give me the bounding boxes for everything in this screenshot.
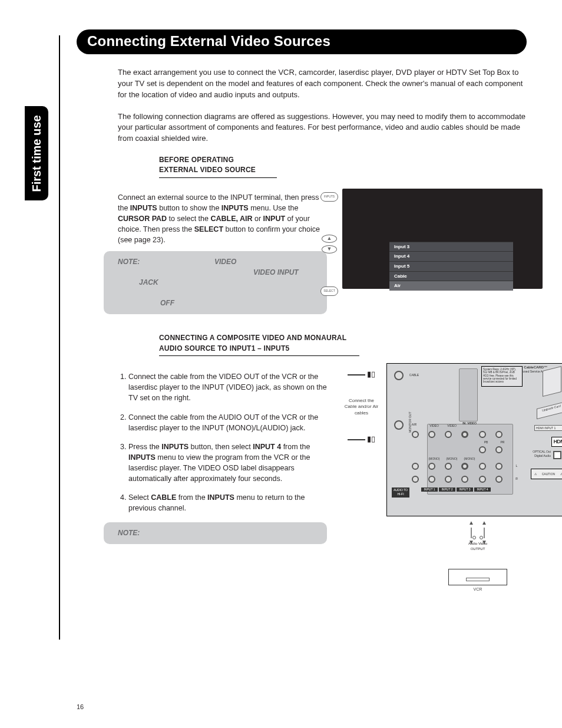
osd-row-input4: Input 4 [389, 251, 513, 261]
osd-row-input3: Input 3 [389, 242, 513, 252]
margin-rule [59, 35, 60, 640]
intro-paragraph-2: The following connection diagrams are of… [118, 111, 527, 145]
coax-plug-icon: ▮▯ [367, 369, 375, 380]
osd-column: INPUTS ▲ ▼ SELECT Input 3 Input 4 Input … [342, 185, 543, 323]
caution-label: ⚠ CAUTION ⚠ [531, 469, 562, 479]
osd-row-cable: Cable [389, 271, 513, 281]
intro-paragraph-1: The exact arrangement you use to connect… [118, 67, 527, 101]
note-box-1: NOTE: VIDEO VIDEO INPUT JACK OFF [104, 251, 327, 314]
coax-plug-icon: ▮▯ [367, 434, 375, 445]
coax-hint-label: Connect the Cable and/or Air cables [342, 398, 381, 416]
down-arrow-button[interactable]: ▼ [322, 245, 337, 253]
rca-jack-icon [480, 536, 483, 539]
vcr-label: VCR [386, 587, 562, 592]
cable-jack [394, 371, 404, 380]
hdmi-input-label: HDMI INPUT 1 [534, 425, 562, 431]
content-area: The exact arrangement you use to connect… [77, 67, 527, 592]
panel-and-vcr: CableCARD™ This slot used Service Apps S… [386, 363, 562, 592]
osd-row-air: Air [389, 281, 513, 291]
rear-panel-diagram: ▮▯ Connect the Cable and/or Air cables ▮… [342, 363, 562, 592]
left-column: Connect an external source to the INPUT … [118, 185, 327, 323]
step-2: Connect the cable from the AUDIO OUT of … [128, 412, 327, 433]
cablecard-box: System Reqs: 2.4GHz (XP), 512 MB & BIOS/… [481, 366, 523, 387]
step-4: Select CABLE from the INPUTS menu to ret… [128, 492, 327, 513]
manual-page: First time use Connecting External Video… [0, 0, 562, 728]
section-composite: Connect the cable from the VIDEO OUT of … [118, 363, 527, 592]
section-tab: First time use [25, 106, 48, 200]
vcr-device-icon [448, 569, 507, 585]
note-box-2: NOTE: [104, 522, 327, 544]
section-tab-label: First time use [30, 115, 44, 192]
tv-rear-panel: CableCARD™ This slot used Service Apps S… [386, 363, 562, 516]
upgrade-card-slot: Upgrade Card [537, 401, 562, 419]
optical-port-icon [553, 451, 561, 459]
hdmi-logo: HDMI [551, 437, 562, 447]
step-3: Press the INPUTS button, then select INP… [128, 442, 327, 485]
monitor-video-jack [412, 431, 419, 438]
select-remote-button[interactable]: SELECT [320, 286, 338, 296]
tv-osd-screen: Input 3 Input 4 Input 5 Cable Air ♦ Move… [342, 189, 543, 289]
osd-list: Input 3 Input 4 Input 5 Cable Air ♦ Move… [389, 242, 513, 300]
heading-before-operating: BEFORE OPERATING EXTERNAL VIDEO SOURCE [159, 155, 277, 178]
air-jack [394, 420, 404, 430]
osd-footer: ♦ Move SEL Select [389, 291, 513, 300]
up-arrow-button[interactable]: ▲ [322, 235, 337, 243]
step-1: Connect the cable from the VIDEO OUT of … [128, 371, 327, 403]
section-before-operating: Connect an external source to the INPUT … [118, 185, 527, 323]
card-slot-icon [543, 366, 561, 397]
page-number: 16 [77, 703, 84, 710]
page-title-bar: Connecting External Video Sources [77, 29, 527, 54]
rca-jack-icon [472, 536, 476, 539]
vcr-av-output-label: Audio Video OUTPUT [386, 536, 562, 551]
steps-list: Connect the cable from the VIDEO OUT of … [118, 371, 327, 513]
page-title: Connecting External Video Sources [87, 33, 330, 49]
remote-buttons: INPUTS ▲ ▼ SELECT [318, 192, 341, 296]
heading-composite: CONNECTING A COMPOSITE VIDEO AND MONAURA… [159, 333, 359, 356]
steps-column: Connect the cable from the VIDEO OUT of … [118, 363, 327, 592]
inputs-remote-button[interactable]: INPUTS [320, 192, 338, 202]
operating-instruction: Connect an external source to the INPUT … [118, 192, 327, 246]
osd-row-input5: Input 5 [389, 261, 513, 271]
